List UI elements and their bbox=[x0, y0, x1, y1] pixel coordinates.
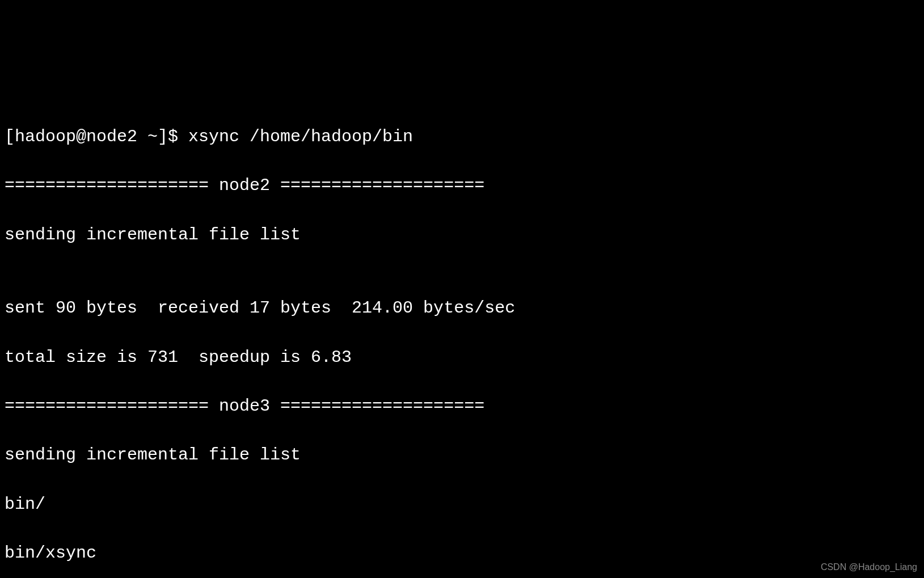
terminal-line: ==================== node3 =============… bbox=[5, 394, 919, 419]
terminal-line: bin/ bbox=[5, 492, 919, 517]
watermark-text: CSDN @Hadoop_Liang bbox=[821, 560, 917, 573]
terminal-line: sending incremental file list bbox=[5, 443, 919, 467]
terminal-prompt-line: [hadoop@node2 ~]$ xsync /home/hadoop/bin bbox=[5, 125, 919, 149]
terminal-line: bin/xsync bbox=[5, 541, 919, 566]
terminal-line: total size is 731 speedup is 6.83 bbox=[5, 345, 919, 370]
terminal-line: ==================== node2 =============… bbox=[5, 174, 919, 198]
terminal-line: sending incremental file list bbox=[5, 223, 919, 247]
terminal-output[interactable]: [hadoop@node2 ~]$ xsync /home/hadoop/bin… bbox=[5, 100, 919, 578]
terminal-line: sent 90 bytes received 17 bytes 214.00 b… bbox=[5, 296, 919, 320]
